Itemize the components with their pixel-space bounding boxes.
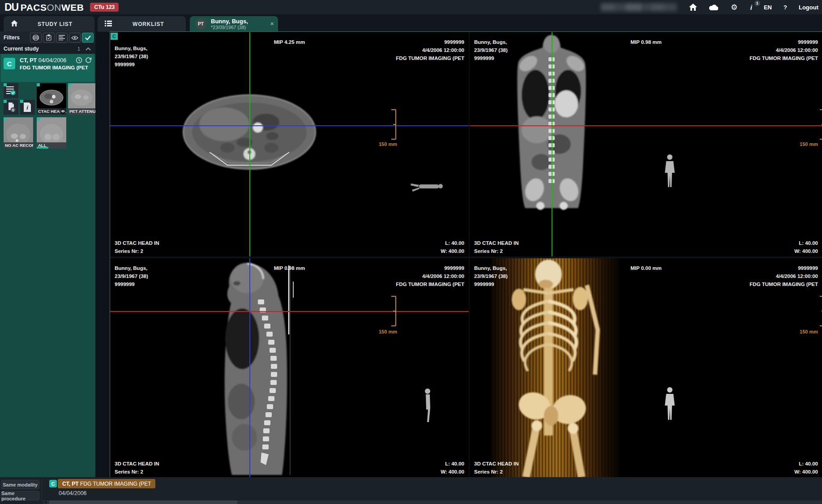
series-thumbnail-ctac[interactable]: CTAC HEAD... (37, 83, 66, 115)
cloud-icon[interactable] (709, 3, 718, 12)
svg-text:i: i (26, 104, 28, 111)
filters-bar: Filters (0, 31, 95, 44)
tab-worklist[interactable]: WORKLIST (98, 16, 186, 32)
overlay-patient-info: Bunny, Bugs,23/9/1967 (38)9999999 (115, 44, 148, 68)
study-c-badge: C (4, 58, 15, 69)
filter-protocol-icon[interactable] (43, 33, 55, 43)
modality-pt-badge: PT (195, 18, 206, 30)
orientation-lying-figure (411, 184, 443, 192)
report-icon (6, 85, 16, 95)
overlay-window-level: L: 40.00W: 400.00 (794, 239, 818, 255)
same-modality-button[interactable]: Same modality (1, 480, 39, 489)
refresh-sync-icon[interactable] (85, 57, 92, 64)
language-selector[interactable]: EN (764, 4, 772, 11)
current-study-header[interactable]: Current study 1 (0, 44, 95, 54)
filters-label: Filters (4, 34, 20, 41)
top-bar: DU PACSONWEB CTu 123 ⚙ i 1 EN ? Logout (0, 0, 822, 14)
viewport-grid: C Bunny, Bugs,23/9/1967 (38)9999999 MIP … (110, 31, 822, 477)
timeline-study-date: 04/04/2006 (59, 490, 87, 496)
scale-label: 150 mm (800, 141, 818, 147)
scale-label: 150 mm (379, 141, 397, 147)
coronal-ct-image (470, 32, 822, 256)
overlay-series-info: 3D CTAC HEAD INSeries Nr: 2 (115, 460, 159, 476)
overlay-study-info: 99999994/4/2006 12:00:00FDG TUMOR IMAGIN… (396, 264, 464, 288)
crosshair-vertical-green[interactable] (249, 32, 250, 256)
patient-dob: *23/09/1967 (38) (211, 25, 248, 30)
study-description: FDG TUMOR IMAGING (PET (20, 65, 88, 70)
notification-count-badge: 1 (754, 0, 760, 6)
timeline-scrollbar[interactable] (43, 500, 822, 504)
filter-visibility-eye-icon[interactable] (69, 33, 81, 43)
tab-study-list[interactable]: STUDY LIST (4, 16, 94, 32)
orientation-figure-front (665, 387, 675, 420)
series-sidebar: Filters Current study 1 C CT, PT 04/04/2 (0, 31, 95, 477)
timeline-c-badge: C (49, 480, 57, 487)
overlay-series-info: 3D CTAC HEAD INSeries Nr: 2 (115, 239, 159, 255)
orientation-figure-front (665, 154, 675, 187)
home-icon (11, 20, 18, 28)
attachments-thumbnail[interactable]: 0 (4, 100, 18, 115)
prior-studies-bar: Same modality Same procedure C CT, PT FD… (0, 477, 822, 504)
viewport-sagittal[interactable]: Bunny, Bugs,23/9/1967 (38)9999999 MIP 0.… (110, 258, 469, 477)
study-count: 1 (77, 46, 80, 51)
version-badge: CTu 123 (90, 3, 119, 12)
scrollbar-left-arrow[interactable] (44, 501, 47, 504)
overlay-study-info: 99999994/4/2006 12:00:00FDG TUMOR IMAGIN… (749, 38, 818, 62)
logout-button[interactable]: Logout (799, 4, 818, 11)
worklist-icon (105, 21, 112, 28)
series-thumbnail-all[interactable]: ALL (37, 117, 66, 149)
svg-text:0: 0 (12, 108, 14, 112)
crosshair-horizontal-red[interactable] (110, 311, 469, 312)
chevron-up-icon[interactable] (86, 47, 91, 51)
study-modality-date: CT, PT 04/04/2006 (20, 57, 66, 64)
scale-ruler (390, 109, 397, 140)
tab-row: STUDY LIST WORKLIST PT Bunny, Bugs, *23/… (0, 14, 822, 32)
attachments-icon: 0 (6, 102, 16, 112)
overlay-study-info: 99999994/4/2006 12:00:00FDG TUMOR IMAGIN… (396, 38, 464, 62)
scale-label: 150 mm (379, 329, 397, 334)
viewport-axial[interactable]: C Bunny, Bugs,23/9/1967 (38)9999999 MIP … (110, 32, 469, 256)
overlay-window-level: L: 40.00W: 400.00 (794, 460, 818, 476)
sagittal-ct-image (110, 258, 469, 477)
info-document-icon: i (23, 102, 31, 112)
scale-ruler (819, 296, 822, 326)
home-icon[interactable] (689, 3, 698, 12)
filter-series-icon[interactable] (56, 33, 68, 43)
patient-name: Bunny, Bugs, (211, 18, 248, 25)
scale-ruler (819, 109, 822, 140)
close-icon[interactable]: × (270, 20, 274, 27)
report-thumbnail[interactable] (4, 83, 18, 98)
scale-label: 150 mm (800, 329, 818, 334)
scrollbar-thumb[interactable] (49, 500, 237, 504)
info-icon[interactable]: i 1 (750, 4, 752, 11)
axial-ct-image (110, 32, 469, 256)
crosshair-horizontal-red[interactable] (470, 125, 822, 126)
filter-selected-check-icon[interactable] (82, 33, 94, 43)
history-clock-icon[interactable] (76, 57, 82, 64)
redacted-username (601, 3, 677, 11)
crosshair-vertical-blue[interactable] (249, 258, 250, 477)
scale-ruler (390, 296, 397, 326)
settings-gear-icon[interactable]: ⚙ (730, 3, 739, 12)
overlay-series-info: 3D CTAC HEAD INSeries Nr: 2 (474, 460, 518, 476)
overlay-window-level: L: 40.00W: 400.00 (441, 460, 464, 476)
same-procedure-button[interactable]: Same procedure (1, 491, 39, 500)
filter-bodypart-icon[interactable] (30, 33, 42, 43)
current-study-corner-badge: C (111, 33, 118, 40)
viewport-3d-render[interactable]: Bunny, Bugs,23/9/1967 (38)9999999 MIP 0.… (470, 258, 822, 477)
study-info-thumbnail[interactable]: i (20, 100, 35, 115)
crosshair-vertical-green[interactable] (552, 32, 552, 256)
series-thumbnail-pet-atten[interactable]: PET ATTENUA... (68, 83, 95, 115)
overlay-window-level: L: 40.00W: 400.00 (441, 239, 464, 255)
visible-eye-icon[interactable] (60, 108, 66, 114)
viewport-coronal[interactable]: Bunny, Bugs,23/9/1967 (38)9999999 MIP 0.… (470, 32, 822, 256)
tab-patient[interactable]: PT Bunny, Bugs, *23/09/1967 (38) × (190, 16, 278, 32)
study-card[interactable]: C CT, PT 04/04/2006 FDG TUMOR IMAGING (P… (1, 54, 94, 82)
help-button[interactable]: ? (783, 4, 787, 11)
timeline-study-pill[interactable]: CT, PT FDG TUMOR IMAGING (PET (58, 479, 155, 488)
series-thumbnail-noac[interactable]: NO AC RECON (4, 117, 33, 149)
logo-du: DU (4, 1, 18, 13)
overlay-study-info: 99999994/4/2006 12:00:00FDG TUMOR IMAGIN… (749, 264, 818, 288)
orientation-figure-side (425, 389, 430, 422)
crosshair-horizontal-blue[interactable] (110, 125, 469, 126)
